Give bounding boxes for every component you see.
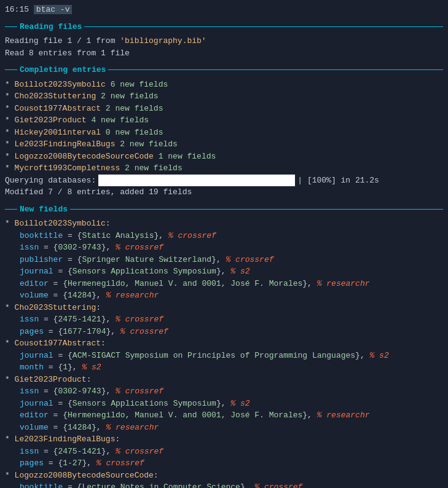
entry-row: * Logozzo2008BytecodeSourceCode 1 new fi…: [5, 151, 443, 163]
entry-giet: * Giet2023Product: issn = {0302-9743}, %…: [5, 374, 443, 434]
reading-files-divider: Reading files: [5, 21, 443, 33]
querying-line: Querying databases: | [100%] in 21.2s: [5, 175, 443, 187]
entry-le: * Le2023FindingRealBugs: issn = {2475-14…: [5, 433, 443, 470]
completing-entries-divider: Completing entries: [5, 64, 443, 76]
divider-line-right3: [70, 209, 443, 210]
entry-row: * Cho2023Stuttering 2 new fields: [5, 90, 443, 103]
new-fields-label: New fields: [20, 203, 68, 216]
command-display: btac -v: [34, 5, 73, 14]
divider-line-left2: [5, 69, 17, 70]
entry-boillot: * Boillot2023Symbolic: booktitle = {Stat…: [5, 218, 443, 302]
reading-line-1: Reading file 1 / 1 from 'bibliography.bi…: [5, 35, 443, 47]
entry-logozzo: * Logozzo2008BytecodeSourceCode: booktit…: [5, 470, 443, 489]
divider-line-right2: [108, 69, 443, 70]
reading-files-label: Reading files: [20, 21, 82, 33]
divider-line-left3: [5, 209, 17, 210]
entry-row: * Mycroft1993Completness 2 new fields: [5, 162, 443, 175]
new-fields-divider: New fields: [5, 203, 443, 216]
entry-row: * Le2023FindingRealBugs 2 new fields: [5, 138, 443, 151]
modified-line: Modified 7 / 8 entries, added 19 fields: [5, 186, 443, 199]
reading-line-2: Read 8 entries from 1 file: [5, 47, 443, 60]
completing-entries-label: Completing entries: [20, 64, 106, 76]
divider-line-right: [84, 26, 443, 27]
entry-row: * Boillot2023Symbolic 6 new fields: [5, 79, 443, 91]
time-display: 16:15: [5, 5, 29, 14]
entry-cousot: * Cousot1977Abstract: journal = {ACM-SIG…: [5, 337, 443, 374]
completing-entries-list: * Boillot2023Symbolic 6 new fields * Cho…: [5, 79, 443, 175]
header-line: 16:15 btac -v: [5, 4, 443, 16]
terminal-window: 16:15 btac -v Reading files Reading file…: [5, 4, 443, 488]
entry-row: * Cousot1977Abstract 2 new fields: [5, 103, 443, 115]
progress-bar: [98, 175, 295, 187]
entry-row: * Hickey2001interval 0 new fields: [5, 127, 443, 139]
entry-cho: * Cho2023Stuttering: issn = {2475-1421},…: [5, 302, 443, 338]
divider-line-left: [5, 26, 17, 27]
entry-row: * Giet2023Product 4 new fields: [5, 114, 443, 127]
